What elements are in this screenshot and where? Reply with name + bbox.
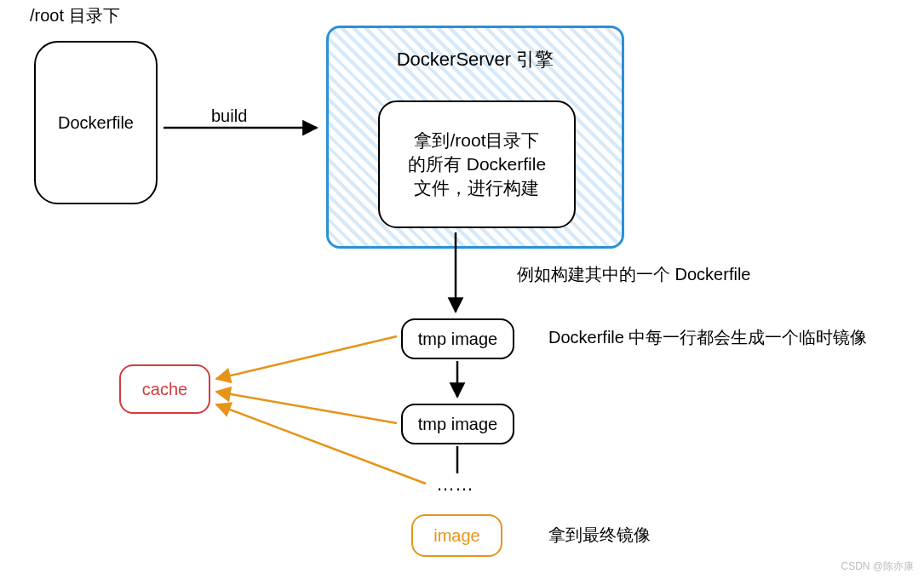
dockerfile-text: Dockerfile — [58, 113, 134, 133]
svg-line-5 — [216, 392, 397, 423]
build-label: build — [211, 106, 247, 126]
annotation-build-one: 例如构建其中的一个 Dockerfile — [517, 263, 750, 286]
server-inner-box: 拿到/root目录下 的所有 Dockerfile 文件，进行构建 — [378, 100, 576, 228]
svg-line-6 — [216, 404, 426, 484]
docker-server-box: DockerServer 引擎 拿到/root目录下 的所有 Dockerfil… — [326, 26, 624, 249]
ellipsis-label: …… — [436, 473, 473, 496]
server-inner-text: 拿到/root目录下 的所有 Dockerfile 文件，进行构建 — [408, 129, 546, 200]
cache-text: cache — [142, 380, 187, 399]
cache-box: cache — [119, 364, 210, 414]
tmp-image-2-box: tmp image — [401, 404, 514, 444]
dockerfile-box: Dockerfile — [34, 41, 158, 204]
root-label: /root 目录下 — [30, 4, 120, 27]
tmp-image-2-text: tmp image — [418, 415, 497, 434]
annotation-final: 拿到最终镜像 — [548, 524, 651, 547]
image-box: image — [411, 514, 502, 557]
annotation-tmp: Dockerfile 中每一行都会生成一个临时镜像 — [548, 326, 867, 349]
watermark: CSDN @陈亦康 — [841, 559, 914, 574]
docker-server-title: DockerServer 引擎 — [329, 47, 622, 72]
svg-line-4 — [216, 336, 397, 379]
tmp-image-1-box: tmp image — [401, 318, 514, 359]
image-text: image — [433, 526, 479, 546]
tmp-image-1-text: tmp image — [418, 330, 497, 349]
